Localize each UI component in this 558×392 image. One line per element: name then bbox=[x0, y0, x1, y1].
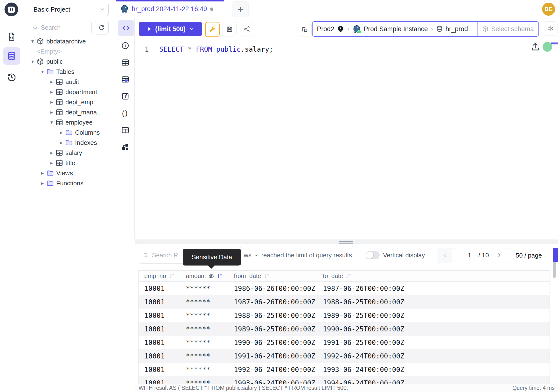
tab-hr-prod[interactable]: hr_prod 2024-11-22 16:49 bbox=[116, 0, 224, 17]
external-table-icon[interactable] bbox=[120, 125, 131, 135]
table-cell[interactable]: 10001 bbox=[139, 363, 180, 376]
tree-item-indexes[interactable]: ▸Indexes bbox=[23, 138, 112, 148]
tree-item-title[interactable]: ▸title bbox=[23, 158, 112, 168]
tree-item-dept-mana[interactable]: ▸dept_mana... bbox=[23, 107, 112, 117]
tree-item-views[interactable]: ▸Views bbox=[23, 168, 112, 178]
database-panel-icon[interactable] bbox=[3, 47, 20, 65]
sort-icon[interactable] bbox=[217, 273, 223, 279]
run-query-button[interactable]: (limit 500) bbox=[139, 22, 202, 36]
table-cell[interactable]: 1989-06-25T00:00:00Z bbox=[228, 322, 317, 336]
sidebar-search[interactable] bbox=[29, 21, 92, 34]
project-selector[interactable]: Basic Project bbox=[29, 3, 109, 16]
tree-item-dept-emp[interactable]: ▸dept_emp bbox=[23, 97, 112, 107]
table-cell[interactable]: ****** bbox=[180, 336, 228, 349]
caret-right-icon[interactable]: ▸ bbox=[49, 79, 55, 85]
table-cell[interactable]: 1991-06-25T00:00:00Z bbox=[317, 336, 407, 349]
sort-icon[interactable] bbox=[168, 273, 174, 279]
results-scrollbar[interactable] bbox=[553, 262, 556, 278]
tree-item-employee[interactable]: ▾employee bbox=[23, 117, 112, 127]
caret-down-icon[interactable]: ▾ bbox=[39, 69, 46, 75]
tree-item-tables[interactable]: ▾Tables bbox=[23, 67, 112, 77]
tree-item-functions[interactable]: ▸Functions bbox=[23, 178, 112, 188]
function-icon[interactable]: f bbox=[120, 91, 131, 102]
procedure-icon[interactable]: () bbox=[120, 108, 131, 119]
refresh-schema-button[interactable] bbox=[95, 21, 109, 35]
caret-down-icon[interactable]: ▾ bbox=[29, 59, 36, 64]
environment-segment[interactable]: Prod2 › Prod Sample Instance › hr_prod bbox=[313, 25, 472, 33]
resize-handle[interactable] bbox=[339, 241, 353, 244]
table-cell[interactable]: 10001 bbox=[139, 282, 180, 295]
vertical-display-toggle[interactable] bbox=[366, 251, 380, 259]
page-number-input[interactable] bbox=[455, 248, 475, 262]
ai-assistant-button[interactable] bbox=[544, 21, 558, 35]
column-header-amount[interactable]: amount bbox=[180, 270, 228, 281]
connection-breadcrumb[interactable]: Prod2 › Prod Sample Instance › hr_prod S… bbox=[312, 21, 539, 37]
tree-item-audit[interactable]: ▸audit bbox=[23, 77, 112, 87]
table-cell[interactable]: 1986-06-26T00:00:00Z bbox=[228, 282, 317, 295]
format-sql-button[interactable] bbox=[205, 22, 220, 37]
worksheet-icon[interactable] bbox=[3, 28, 20, 45]
new-tab-button[interactable]: + bbox=[232, 1, 249, 17]
table-cell[interactable]: 1992-06-24T00:00:00Z bbox=[317, 349, 407, 363]
caret-right-icon[interactable]: ▸ bbox=[49, 150, 55, 156]
table-cell[interactable]: 1994-06-24T00:00:00Z bbox=[317, 376, 407, 384]
tree-item-bbdataarchive[interactable]: ▾bbdataarchive bbox=[23, 36, 112, 46]
sensitive-data-config-icon[interactable] bbox=[120, 74, 131, 85]
caret-right-icon[interactable]: ▸ bbox=[49, 160, 55, 166]
sidebar-search-input[interactable] bbox=[40, 24, 88, 32]
column-header-to_date[interactable]: to_date bbox=[317, 270, 407, 281]
table-cell[interactable]: 1988-06-25T00:00:00Z bbox=[317, 295, 407, 309]
table-cell[interactable]: 1987-06-26T00:00:00Z bbox=[228, 295, 317, 309]
table-cell[interactable]: ****** bbox=[180, 376, 228, 384]
table-cell[interactable]: 1988-06-25T00:00:00Z bbox=[228, 309, 317, 322]
info-icon[interactable] bbox=[120, 40, 131, 51]
caret-right-icon[interactable]: ▸ bbox=[39, 170, 46, 176]
table-cell[interactable]: 10001 bbox=[139, 309, 180, 322]
caret-right-icon[interactable]: ▸ bbox=[58, 130, 64, 135]
table-cell[interactable]: 1990-06-25T00:00:00Z bbox=[317, 322, 407, 336]
tree-item-columns[interactable]: ▸Columns bbox=[23, 127, 112, 138]
table-cell[interactable]: 1990-06-25T00:00:00Z bbox=[228, 336, 317, 349]
chevron-down-icon[interactable] bbox=[189, 26, 195, 32]
table-cell[interactable]: ****** bbox=[180, 322, 228, 336]
column-header-from_date[interactable]: from_date bbox=[228, 270, 317, 281]
tree-item-salary[interactable]: ▸salary bbox=[23, 148, 112, 158]
copy-connection-button[interactable] bbox=[297, 22, 312, 36]
next-page-button[interactable] bbox=[492, 248, 506, 263]
tree-item-empty[interactable]: <Empty> bbox=[23, 46, 112, 56]
tree-item-public[interactable]: ▾public bbox=[23, 56, 112, 67]
table-cell[interactable]: 10001 bbox=[139, 295, 180, 309]
code-view-toggle[interactable] bbox=[118, 20, 134, 36]
history-icon[interactable] bbox=[3, 69, 20, 86]
bytebase-logo[interactable] bbox=[4, 2, 19, 17]
table-cell[interactable]: ****** bbox=[180, 295, 228, 309]
table-cell[interactable]: 1987-06-26T00:00:00Z bbox=[317, 282, 407, 295]
sql-editor[interactable]: 1 SELECT * FROM public.salary; bbox=[135, 40, 558, 239]
panel-resize-gutter[interactable] bbox=[135, 239, 558, 244]
table-cell[interactable]: ****** bbox=[180, 309, 228, 322]
table-cell[interactable]: 1993-06-24T00:00:00Z bbox=[228, 376, 317, 384]
prev-page-button[interactable] bbox=[437, 248, 452, 263]
caret-right-icon[interactable]: ▸ bbox=[39, 180, 46, 186]
table-cell[interactable]: 1993-06-24T00:00:00Z bbox=[317, 363, 407, 376]
caret-right-icon[interactable]: ▸ bbox=[49, 109, 55, 115]
table-cell[interactable]: ****** bbox=[180, 363, 228, 376]
table-cell[interactable]: 1991-06-24T00:00:00Z bbox=[228, 349, 317, 363]
table-cell[interactable]: 10001 bbox=[139, 336, 180, 349]
caret-right-icon[interactable]: ▸ bbox=[49, 99, 55, 105]
table-cell[interactable]: 1992-06-24T00:00:00Z bbox=[228, 363, 317, 376]
caret-right-icon[interactable]: ▸ bbox=[49, 89, 55, 95]
column-header-emp_no[interactable]: emp_no bbox=[139, 270, 180, 281]
eye-off-icon[interactable] bbox=[208, 273, 214, 279]
table-cell[interactable]: ****** bbox=[180, 349, 228, 363]
share-button[interactable] bbox=[240, 22, 254, 36]
table-cell[interactable]: 10001 bbox=[139, 322, 180, 336]
avatar[interactable]: DE bbox=[542, 3, 555, 16]
upload-sql-icon[interactable] bbox=[531, 42, 540, 52]
save-button[interactable] bbox=[223, 22, 236, 36]
caret-down-icon[interactable]: ▾ bbox=[49, 120, 55, 125]
table-cell[interactable]: ****** bbox=[180, 282, 228, 295]
page-size-selector[interactable]: 50 / page bbox=[510, 248, 548, 263]
table-cell[interactable]: 10001 bbox=[139, 376, 180, 384]
tree-item-department[interactable]: ▸department bbox=[23, 87, 112, 97]
